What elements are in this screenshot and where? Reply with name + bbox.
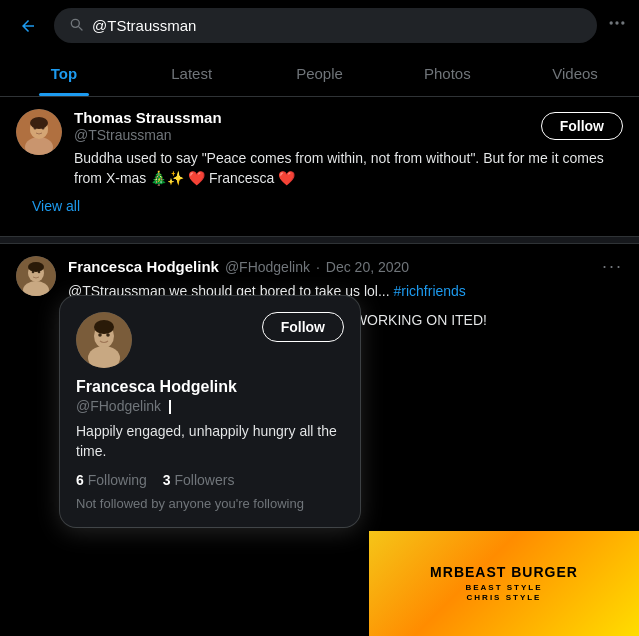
tab-people[interactable]: People bbox=[256, 51, 384, 96]
popup-stats: 6 Following 3 Followers bbox=[76, 472, 344, 488]
section-divider bbox=[0, 236, 639, 244]
svg-point-21 bbox=[94, 320, 114, 334]
tab-top[interactable]: Top bbox=[0, 51, 128, 96]
svg-point-20 bbox=[106, 333, 110, 337]
person-row: Thomas Straussman @TStraussman Follow Bu… bbox=[16, 109, 623, 188]
follow-francesca-popup-button[interactable]: Follow bbox=[262, 312, 344, 342]
people-section: Thomas Straussman @TStraussman Follow Bu… bbox=[0, 97, 639, 236]
burger-title: MRBEAST BURGER bbox=[430, 565, 578, 580]
tab-latest[interactable]: Latest bbox=[128, 51, 256, 96]
person-bio: Buddha used to say "Peace comes from wit… bbox=[74, 149, 623, 188]
not-followed-notice: Not followed by anyone you're following bbox=[76, 496, 344, 511]
view-all-link[interactable]: View all bbox=[16, 188, 623, 224]
svg-point-0 bbox=[610, 21, 613, 24]
person-info: Thomas Straussman @TStraussman Follow Bu… bbox=[74, 109, 623, 188]
svg-point-1 bbox=[615, 21, 618, 24]
tweet-author-name: Francesca Hodgelink bbox=[68, 258, 219, 275]
svg-point-2 bbox=[621, 21, 624, 24]
following-count: 6 bbox=[76, 472, 84, 488]
person-name-row: Thomas Straussman @TStraussman Follow bbox=[74, 109, 623, 143]
tweet-name-row: Francesca Hodgelink @FHodgelink · Dec 20… bbox=[68, 256, 623, 277]
following-stat: 6 Following bbox=[76, 472, 147, 488]
popup-person-handle: @FHodgelink bbox=[76, 398, 344, 414]
tweet-more-button[interactable]: ··· bbox=[602, 256, 623, 277]
tweet-author-avatar bbox=[16, 256, 56, 296]
popup-person-name: Francesca Hodgelink bbox=[76, 378, 344, 396]
followers-label: Followers bbox=[175, 472, 235, 488]
cursor bbox=[169, 400, 179, 414]
followers-stat: 3 Followers bbox=[163, 472, 235, 488]
tweet-date-value: Dec 20, 2020 bbox=[326, 259, 409, 275]
svg-point-19 bbox=[98, 333, 102, 337]
following-label: Following bbox=[88, 472, 147, 488]
person-handle: @TStraussman bbox=[74, 127, 222, 143]
burger-image-container: MRBEAST BURGER BEAST STYLE CHRIS STYLE bbox=[369, 531, 639, 636]
tab-videos[interactable]: Videos bbox=[511, 51, 639, 96]
burger-subtitle2: CHRIS STYLE bbox=[467, 593, 542, 602]
popup-header: Follow bbox=[76, 312, 344, 368]
tweet-author-handle: @FHodgelink bbox=[225, 259, 310, 275]
popup-avatar bbox=[76, 312, 132, 368]
tab-photos[interactable]: Photos bbox=[383, 51, 511, 96]
popup-bio: Happily engaged, unhappily hungry all th… bbox=[76, 422, 344, 461]
search-bar[interactable]: @TStraussman bbox=[54, 8, 597, 43]
follow-thomas-button[interactable]: Follow bbox=[541, 112, 623, 140]
burger-subtitle1: BEAST STYLE bbox=[465, 583, 542, 592]
hashtag: #richfriends bbox=[394, 283, 466, 299]
person-name: Thomas Straussman bbox=[74, 109, 222, 126]
tabs: Top Latest People Photos Videos bbox=[0, 51, 639, 97]
person-avatar bbox=[16, 109, 62, 155]
tweet-container: Francesca Hodgelink @FHodgelink · Dec 20… bbox=[0, 244, 639, 343]
header-more-button[interactable] bbox=[607, 13, 627, 38]
person-name-handle: Thomas Straussman @TStraussman bbox=[74, 109, 222, 143]
search-icon bbox=[68, 16, 84, 35]
followers-count: 3 bbox=[163, 472, 171, 488]
tweet-date: · bbox=[316, 259, 320, 275]
svg-point-15 bbox=[28, 262, 44, 272]
svg-point-9 bbox=[30, 117, 48, 129]
back-button[interactable] bbox=[12, 17, 44, 35]
popup-profile-card: Follow Francesca Hodgelink @FHodgelink H… bbox=[60, 296, 360, 526]
search-value: @TStraussman bbox=[92, 17, 196, 34]
header: @TStraussman bbox=[0, 0, 639, 51]
